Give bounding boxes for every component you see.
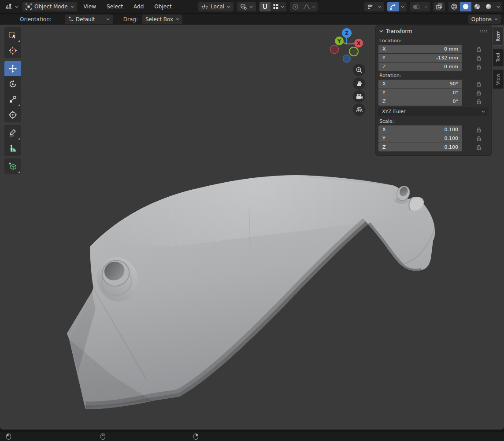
- location-y-lock-button[interactable]: [476, 55, 482, 61]
- location-y-field[interactable]: Y-132 mm: [378, 54, 462, 62]
- location-x-lock-button[interactable]: [476, 46, 482, 52]
- drag-mode-dropdown[interactable]: Select Box: [142, 15, 182, 24]
- scale-z-field[interactable]: Z0.100: [378, 143, 462, 151]
- rotation-z-field[interactable]: Z0°: [378, 97, 462, 106]
- menu-add[interactable]: Add: [130, 2, 148, 11]
- options-dropdown[interactable]: Options: [468, 15, 501, 24]
- chevron-down-icon: [15, 6, 19, 8]
- menu-object[interactable]: Object: [150, 2, 175, 11]
- overlap-squares-icon: [436, 3, 443, 10]
- rotation-x-lock-button[interactable]: [476, 81, 482, 87]
- proportional-falloff-dropdown[interactable]: [301, 2, 318, 11]
- axis-ball-neg-y[interactable]: [349, 47, 358, 56]
- tool-measure[interactable]: [4, 140, 21, 156]
- tab-tool-label: Tool: [495, 52, 501, 63]
- rotation-mode-dropdown[interactable]: XYZ Euler: [378, 107, 489, 116]
- tool-transform[interactable]: [4, 107, 21, 122]
- rotation-z-lock-button[interactable]: [476, 99, 482, 104]
- chevron-down-icon: [494, 18, 498, 20]
- scale-section-label: Scale:: [376, 117, 491, 125]
- menu-select[interactable]: Select: [103, 2, 127, 11]
- tool-rotate[interactable]: [4, 76, 21, 92]
- hand-icon: [356, 80, 363, 87]
- overlay-arrow-icon: [389, 4, 397, 10]
- axis-label-x: X: [357, 40, 361, 46]
- scale-z-lock-button[interactable]: [476, 144, 482, 150]
- menu-view[interactable]: View: [80, 2, 100, 11]
- chevron-down-icon: [378, 6, 382, 8]
- editor-type-button[interactable]: [4, 2, 20, 11]
- mode-dropdown[interactable]: Object Mode: [22, 2, 77, 11]
- orientation-value: Local: [211, 4, 224, 10]
- scale-x-field[interactable]: X0.100: [378, 125, 462, 134]
- rotation-y-field[interactable]: Y0°: [378, 88, 462, 97]
- xray-spheres-toggle[interactable]: [410, 2, 422, 11]
- chevron-down-icon: [497, 6, 500, 8]
- zoom-button[interactable]: [353, 64, 365, 76]
- rotate-icon: [8, 80, 17, 88]
- options-label: Options: [471, 16, 492, 22]
- tab-view[interactable]: View: [493, 70, 504, 89]
- rotation-y-lock-button[interactable]: [476, 90, 482, 96]
- overlays-dropdown[interactable]: [399, 2, 407, 11]
- panel-grip-icon[interactable]: [480, 29, 488, 33]
- camera-icon: [356, 93, 363, 100]
- tool-scale[interactable]: [4, 92, 21, 107]
- snap-to-dropdown[interactable]: [271, 2, 286, 11]
- solid-sphere-icon: [462, 3, 469, 10]
- chevron-down-icon: [249, 6, 253, 8]
- chevron-down-icon: [401, 6, 404, 8]
- axis-label: Y: [382, 136, 385, 141]
- toggle-xray-button[interactable]: [434, 2, 445, 11]
- transform-orientation-dropdown[interactable]: Local: [198, 2, 233, 11]
- navigation-gizmo[interactable]: Z Y X: [327, 27, 367, 67]
- show-overlays-toggle[interactable]: [387, 2, 399, 11]
- pan-button[interactable]: [353, 77, 365, 90]
- gizmo-dropdown[interactable]: [376, 2, 384, 11]
- shading-dropdown[interactable]: [494, 2, 502, 11]
- field-value: 0°: [453, 90, 459, 96]
- xray-dropdown[interactable]: [422, 2, 430, 11]
- location-x-field[interactable]: X0 mm: [378, 45, 462, 53]
- gizmo-visibility-group: [364, 2, 384, 11]
- camera-view-button[interactable]: [353, 90, 365, 103]
- wireframe-sphere-icon: [451, 3, 458, 10]
- falloff-curve-icon: [303, 4, 310, 10]
- orthographic-toggle-button[interactable]: [353, 103, 365, 116]
- location-section-label: Location:: [376, 37, 491, 45]
- location-z-lock-button[interactable]: [476, 64, 482, 70]
- shading-solid-button[interactable]: [460, 2, 471, 11]
- show-gizmo-toggle[interactable]: [364, 2, 376, 11]
- location-z-field[interactable]: Z0 mm: [378, 62, 462, 71]
- axis-label: Z: [382, 144, 386, 150]
- tool-cursor[interactable]: [4, 43, 21, 58]
- shading-material-button[interactable]: [471, 2, 483, 11]
- pivot-point-dropdown[interactable]: [237, 2, 256, 11]
- scale-y-lock-button[interactable]: [476, 136, 482, 141]
- tab-tool[interactable]: Tool: [493, 49, 504, 66]
- transform-panel-header[interactable]: Transform: [376, 26, 491, 37]
- axis-ball-neg-z[interactable]: [343, 55, 351, 62]
- rotation-mode-value: XYZ Euler: [382, 109, 406, 114]
- field-value: 0°: [453, 99, 459, 104]
- proportional-edit-toggle[interactable]: [290, 2, 301, 11]
- scale-y-row: Y0.100: [378, 134, 491, 143]
- snap-toggle[interactable]: [259, 2, 271, 11]
- tool-annotate[interactable]: [4, 125, 21, 140]
- tab-item[interactable]: Item: [493, 26, 504, 46]
- axis-ball-neg-x[interactable]: [330, 45, 339, 54]
- rotation-section-label: Rotation:: [376, 71, 491, 80]
- shading-wireframe-button[interactable]: [448, 2, 460, 11]
- tool-rail: [4, 27, 21, 174]
- drag-orientation-dropdown[interactable]: Default: [65, 15, 113, 24]
- 3d-viewport[interactable]: Z Y X Transform Location: X0 mm: [0, 25, 504, 430]
- tool-add-cube[interactable]: [4, 158, 21, 174]
- location-z-row: Z0 mm: [378, 62, 491, 71]
- shading-rendered-button[interactable]: [483, 2, 494, 11]
- tool-move[interactable]: [4, 61, 21, 76]
- field-value: 0 mm: [444, 64, 458, 70]
- scale-x-lock-button[interactable]: [476, 127, 482, 132]
- rotation-x-field[interactable]: X90°: [378, 80, 462, 88]
- tool-select-box[interactable]: [4, 27, 21, 43]
- scale-y-field[interactable]: Y0.100: [378, 134, 462, 143]
